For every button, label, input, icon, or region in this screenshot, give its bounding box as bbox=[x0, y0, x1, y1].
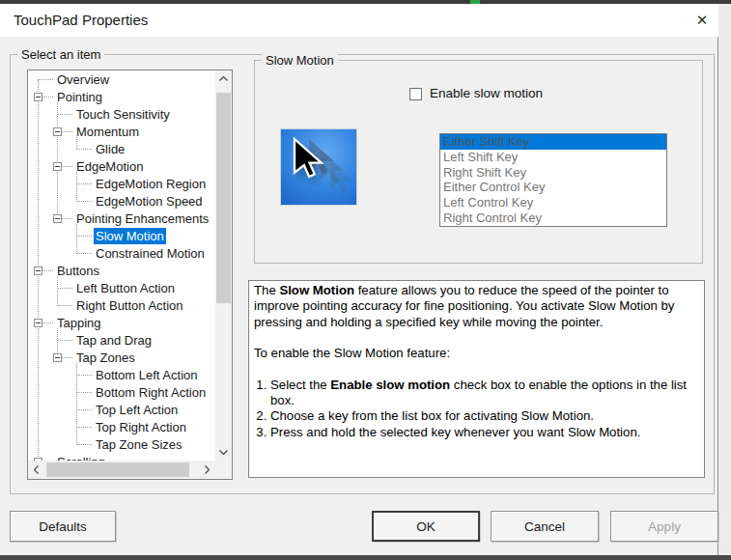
tree-item-bottom-right-action[interactable]: Bottom Right Action bbox=[28, 384, 215, 402]
tree-view: OverviewPointingTouch SensitivityMomentu… bbox=[28, 70, 215, 461]
slow-motion-key-listbox[interactable]: Either Shift KeyLeft Shift KeyRight Shif… bbox=[439, 133, 667, 227]
tree-item-label[interactable]: Momentum bbox=[74, 124, 141, 140]
tree-item-top-right-action[interactable]: Top Right Action bbox=[28, 419, 215, 436]
tree-connector-stub bbox=[76, 236, 92, 237]
tree-item-label[interactable]: Buttons bbox=[55, 263, 101, 279]
cancel-button[interactable]: Cancel bbox=[491, 511, 599, 542]
collapse-icon[interactable] bbox=[34, 319, 42, 327]
tree-item-label[interactable]: Constrained Motion bbox=[94, 245, 207, 262]
tree-item-top-left-action[interactable]: Top Left Action bbox=[28, 402, 215, 419]
vertical-scroll-thumb[interactable] bbox=[216, 93, 231, 303]
tree-connector-stub bbox=[76, 183, 92, 184]
tree-item-label[interactable]: Glide bbox=[94, 141, 127, 157]
scroll-down-button[interactable] bbox=[215, 444, 232, 461]
scroll-up-button[interactable] bbox=[215, 70, 232, 87]
tree-item-right-button-action[interactable]: Right Button Action bbox=[28, 297, 215, 315]
tree-connector-stub bbox=[57, 114, 72, 115]
tree-item-momentum[interactable]: Momentum bbox=[28, 124, 215, 141]
tree-item-label[interactable]: Tap Zone Sizes bbox=[94, 436, 184, 453]
tree-item-slow-motion[interactable]: Slow Motion bbox=[28, 228, 215, 245]
tree-item-tap-zones[interactable]: Tap Zones bbox=[28, 350, 215, 367]
tree-item-tap-zone-sizes[interactable]: Tap Zone Sizes bbox=[28, 436, 215, 454]
tree-item-scrolling[interactable]: Scrolling bbox=[28, 454, 215, 461]
tree-item-label[interactable]: Bottom Left Action bbox=[94, 367, 200, 383]
tree-item-left-button-action[interactable]: Left Button Action bbox=[28, 280, 215, 297]
tree-item-pointing-enhancements[interactable]: Pointing Enhancements bbox=[28, 210, 215, 228]
listbox-item-right-shift-key[interactable]: Right Shift Key bbox=[440, 165, 666, 181]
tree-item-touch-sensitivity[interactable]: Touch Sensitivity bbox=[28, 106, 215, 124]
apply-button[interactable]: Apply bbox=[610, 511, 718, 542]
window-title: TouchPad Properties bbox=[14, 12, 148, 28]
collapse-icon[interactable] bbox=[53, 214, 62, 223]
collapse-icon[interactable] bbox=[53, 127, 62, 136]
scroll-left-button[interactable] bbox=[28, 461, 44, 479]
screen: TouchPad Properties ✕ Select an item Ove… bbox=[0, 0, 731, 560]
defaults-button[interactable]: Defaults bbox=[10, 511, 116, 542]
close-icon: ✕ bbox=[696, 12, 709, 29]
collapse-icon[interactable] bbox=[53, 162, 62, 171]
tree-item-tap-and-drag[interactable]: Tap and Drag bbox=[28, 332, 215, 350]
tree-item-label[interactable]: Tap and Drag bbox=[74, 332, 154, 349]
enable-slow-motion-label[interactable]: Enable slow motion bbox=[430, 86, 543, 100]
chevron-up-icon bbox=[219, 76, 228, 81]
tree-item-glide[interactable]: Glide bbox=[28, 141, 215, 158]
tree-item-label[interactable]: Tapping bbox=[55, 315, 103, 331]
tree-item-label[interactable]: Left Button Action bbox=[74, 280, 177, 296]
tree-item-pointing[interactable]: Pointing bbox=[28, 89, 215, 106]
close-button[interactable]: ✕ bbox=[688, 8, 717, 33]
tree-item-bottom-left-action[interactable]: Bottom Left Action bbox=[28, 367, 215, 384]
description-step: Choose a key from the list box for activ… bbox=[270, 408, 699, 424]
tree-item-overview[interactable]: Overview bbox=[28, 71, 215, 89]
tree-connector-stub bbox=[76, 375, 92, 376]
scroll-right-button[interactable] bbox=[199, 461, 215, 479]
tree-item-constrained-motion[interactable]: Constrained Motion bbox=[28, 245, 215, 263]
cursor-trail-icon bbox=[280, 128, 357, 206]
enable-slow-motion-checkbox[interactable] bbox=[409, 88, 422, 100]
description-paragraph: To enable the Slow Motion feature: bbox=[254, 346, 699, 361]
tree-item-label[interactable]: Pointing Enhancements bbox=[74, 210, 211, 227]
tree-item-label[interactable]: Touch Sensitivity bbox=[74, 106, 172, 123]
chevron-right-icon bbox=[205, 465, 210, 474]
slow-motion-illustration bbox=[280, 128, 357, 206]
tree-item-tapping[interactable]: Tapping bbox=[28, 315, 215, 332]
listbox-item-left-control-key[interactable]: Left Control Key bbox=[440, 195, 666, 210]
tree-item-label[interactable]: Tap Zones bbox=[74, 350, 137, 366]
tree-item-label[interactable]: Slow Motion bbox=[94, 228, 166, 244]
tree-connector-stub bbox=[76, 444, 92, 445]
tree-item-buttons[interactable]: Buttons bbox=[28, 263, 215, 280]
tree-horizontal-scrollbar[interactable] bbox=[28, 461, 215, 479]
tree-item-label[interactable]: Pointing bbox=[55, 89, 104, 105]
tree-item-label[interactable]: Right Button Action bbox=[74, 297, 185, 314]
tree-item-label[interactable]: EdgeMotion bbox=[74, 158, 145, 175]
listbox-item-right-control-key[interactable]: Right Control Key bbox=[440, 210, 666, 226]
slow-motion-group-label: Slow Motion bbox=[262, 53, 338, 68]
listbox-item-left-shift-key[interactable]: Left Shift Key bbox=[440, 150, 666, 165]
description-text: The bbox=[254, 283, 279, 297]
description-text: Press and hold the selected key whenever… bbox=[270, 425, 640, 439]
tree-vertical-scrollbar[interactable] bbox=[215, 70, 232, 461]
tree-item-label[interactable]: EdgeMotion Region bbox=[94, 176, 208, 192]
tree-item-edgemotion-region[interactable]: EdgeMotion Region bbox=[28, 176, 215, 193]
listbox-item-either-control-key[interactable]: Either Control Key bbox=[440, 180, 666, 195]
tree-item-label[interactable]: Scrolling bbox=[55, 454, 107, 461]
collapse-icon[interactable] bbox=[34, 93, 42, 101]
tree-item-label[interactable]: Overview bbox=[55, 71, 111, 88]
description-text: Choose a key from the list box for activ… bbox=[270, 408, 594, 423]
tree-item-label[interactable]: Top Right Action bbox=[94, 419, 188, 435]
tree-item-label[interactable]: Top Left Action bbox=[94, 402, 180, 418]
collapse-icon[interactable] bbox=[34, 266, 42, 275]
tree-item-label[interactable]: Bottom Right Action bbox=[94, 384, 208, 401]
description-steps: Select the Enable slow motion check box … bbox=[254, 378, 699, 441]
listbox-item-either-shift-key[interactable]: Either Shift Key bbox=[440, 134, 666, 150]
tree-connector-stub bbox=[76, 253, 92, 254]
description-text: To enable the Slow Motion feature: bbox=[254, 346, 450, 360]
horizontal-scroll-thumb[interactable] bbox=[46, 462, 189, 477]
description-bold-text: Slow Motion bbox=[279, 283, 354, 297]
tree-item-edgemotion-speed[interactable]: EdgeMotion Speed bbox=[28, 193, 215, 210]
description-bold-text: Enable slow motion bbox=[330, 378, 450, 392]
tree-item-edgemotion[interactable]: EdgeMotion bbox=[28, 158, 215, 176]
ok-button[interactable]: OK bbox=[372, 511, 480, 542]
tree-item-label[interactable]: EdgeMotion Speed bbox=[94, 193, 205, 210]
collapse-icon[interactable] bbox=[53, 353, 62, 362]
scrollbar-corner bbox=[215, 461, 232, 479]
